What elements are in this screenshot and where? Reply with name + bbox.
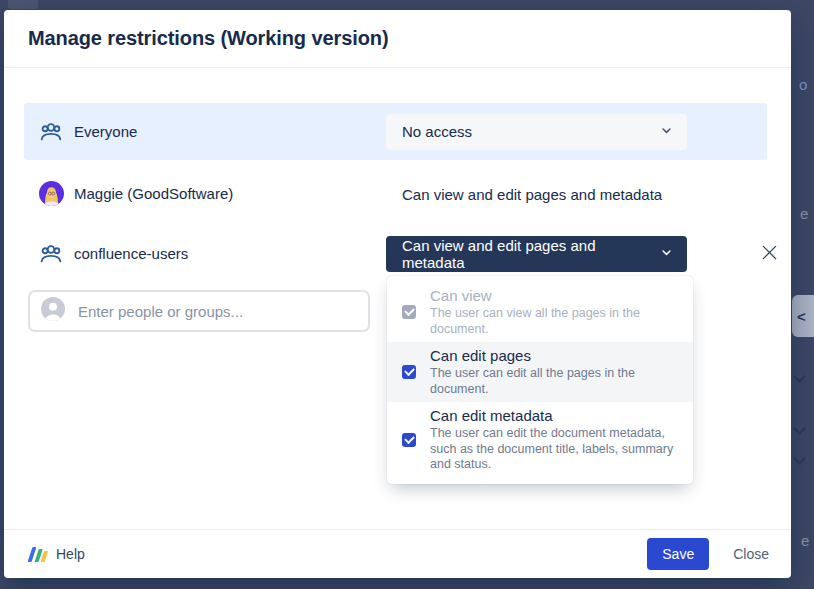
dialog-header: Manage restrictions (Working version): [4, 10, 791, 68]
manage-restrictions-dialog: Manage restrictions (Working version) Ev…: [4, 10, 791, 578]
collapse-chevron-icon: <: [797, 308, 806, 325]
background-chevron-icon: [795, 454, 805, 464]
menu-item-text: Can edit metadata The user can edit the …: [430, 407, 681, 473]
menu-item-text: Can edit pages The user can edit all the…: [430, 347, 681, 397]
background-text-fragment: e: [801, 532, 809, 549]
confluence-users-access-select[interactable]: Can view and edit pages and metadata: [386, 236, 687, 272]
chevron-down-icon: [659, 123, 674, 141]
save-button[interactable]: Save: [647, 538, 709, 570]
close-x-icon: [759, 242, 780, 266]
menu-item-can-edit-pages[interactable]: Can edit pages The user can edit all the…: [387, 342, 693, 402]
people-group-icon: [38, 119, 64, 145]
chevron-down-icon: [659, 245, 674, 263]
group-name-label: confluence-users: [74, 245, 188, 262]
can-view-checkbox[interactable]: [402, 305, 416, 319]
option-description: The user can edit the document metadata,…: [430, 426, 681, 473]
person-placeholder-icon: [41, 297, 65, 325]
user-name-label: Maggie (GoodSoftware): [74, 185, 233, 202]
background-chevron-icon: [795, 372, 805, 382]
background-chevron-icon: [795, 424, 805, 434]
background-text-fragment: o: [799, 76, 807, 93]
selected-access-value: Can view and edit pages and metadata: [402, 237, 659, 271]
option-description: The user can view all the pages in the d…: [430, 306, 681, 337]
can-edit-metadata-checkbox[interactable]: [402, 433, 416, 447]
restriction-row-everyone: Everyone No access: [24, 103, 767, 160]
restriction-row-maggie: Maggie (GoodSoftware) Can view and edit …: [24, 165, 767, 222]
background-collapse-button: <: [792, 295, 814, 337]
people-search-input[interactable]: [76, 302, 357, 321]
help-label: Help: [56, 546, 85, 562]
menu-item-text: Can view The user can view all the pages…: [430, 287, 681, 337]
k15t-logo-icon: [28, 547, 50, 562]
close-button[interactable]: Close: [731, 542, 771, 566]
screen: o e < e Manage restrictions (Working ver…: [0, 0, 814, 589]
dialog-body: Everyone No access: [4, 68, 791, 529]
option-description: The user can edit all the pages in the d…: [430, 366, 681, 397]
menu-item-can-edit-metadata[interactable]: Can edit metadata The user can edit the …: [387, 402, 693, 478]
people-group-icon: [38, 241, 64, 267]
help-button[interactable]: Help: [30, 546, 85, 562]
option-label: Can edit metadata: [430, 407, 681, 425]
maggie-avatar: [38, 181, 64, 207]
selected-access-value: No access: [402, 123, 472, 140]
maggie-access-text: Can view and edit pages and metadata: [402, 185, 662, 202]
menu-item-can-view[interactable]: Can view The user can view all the pages…: [387, 282, 693, 342]
restriction-row-confluence-users: confluence-users Can view and edit pages…: [24, 225, 767, 282]
can-edit-pages-checkbox[interactable]: [402, 365, 416, 379]
option-label: Can view: [430, 287, 681, 305]
option-label: Can edit pages: [430, 347, 681, 365]
dialog-footer: Help Save Close: [4, 529, 791, 578]
background-tab: [8, 0, 38, 9]
background-text-fragment: e: [800, 205, 808, 222]
add-people-field: [28, 290, 370, 332]
remove-restriction-button[interactable]: [757, 242, 781, 266]
permissions-dropdown-menu: Can view The user can view all the pages…: [387, 276, 693, 484]
dialog-title: Manage restrictions (Working version): [28, 27, 388, 50]
everyone-access-select[interactable]: No access: [386, 114, 687, 150]
group-name-label: Everyone: [74, 123, 137, 140]
